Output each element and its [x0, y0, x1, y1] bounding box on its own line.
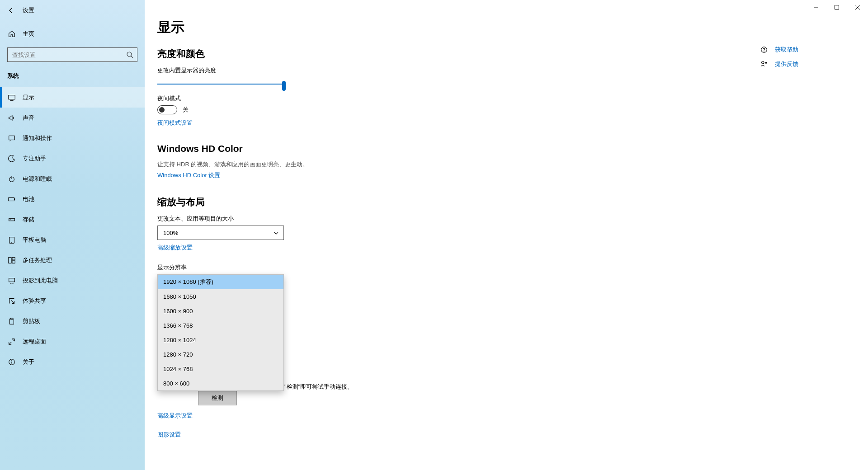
resolution-option[interactable]: 1280 × 720 [158, 347, 283, 362]
night-light-state: 关 [183, 106, 189, 114]
graphics-settings-link[interactable]: 图形设置 [157, 431, 181, 439]
sidebar-item-label: 投影到此电脑 [23, 277, 58, 285]
sidebar-item-label: 平板电脑 [23, 236, 46, 244]
svg-point-14 [10, 219, 11, 220]
night-light-settings-link[interactable]: 夜间模式设置 [157, 119, 193, 127]
resolution-option[interactable]: 1680 × 1050 [158, 289, 283, 304]
sidebar-item-label: 显示 [23, 94, 34, 102]
home-label: 主页 [23, 30, 34, 38]
give-feedback-label: 提供反馈 [775, 60, 798, 68]
sidebar-item-label: 电池 [23, 195, 34, 203]
info-icon [7, 357, 16, 367]
feedback-icon [760, 60, 769, 69]
back-button[interactable] [5, 4, 18, 17]
sidebar-item-remote[interactable]: 远程桌面 [0, 331, 145, 352]
help-icon [760, 45, 769, 54]
sidebar-item-multitasking[interactable]: 多任务处理 [0, 250, 145, 270]
sidebar-item-storage[interactable]: 存储 [0, 209, 145, 230]
moon-icon [7, 154, 16, 163]
detect-button[interactable]: 检测 [198, 391, 237, 405]
detect-hint-tail: "检测"即可尝试手动连接。 [284, 383, 353, 391]
give-feedback-link[interactable]: 提供反馈 [760, 60, 850, 69]
resolution-option[interactable]: 800 × 600 [158, 376, 283, 390]
slider-thumb[interactable] [282, 81, 286, 91]
hdcolor-link[interactable]: Windows HD Color 设置 [157, 171, 220, 179]
sidebar-item-tablet[interactable]: 平板电脑 [0, 230, 145, 250]
app-title: 设置 [23, 6, 34, 14]
svg-rect-19 [12, 260, 15, 263]
resolution-option[interactable]: 1600 × 900 [158, 304, 283, 318]
svg-rect-17 [9, 257, 11, 263]
hdcolor-heading: Windows HD Color [157, 143, 868, 154]
storage-icon [7, 215, 16, 224]
sidebar-item-clipboard[interactable]: 剪贴板 [0, 311, 145, 331]
scale-combo[interactable]: 100% [157, 226, 284, 240]
sidebar-item-projecting[interactable]: 投影到此电脑 [0, 270, 145, 291]
svg-point-4 [127, 52, 132, 56]
project-icon [7, 276, 16, 285]
home-button[interactable]: 主页 [0, 24, 145, 44]
sidebar-item-label: 远程桌面 [23, 338, 46, 346]
sidebar-item-focus[interactable]: 专注助手 [0, 148, 145, 169]
notifications-icon [7, 134, 16, 143]
night-light-toggle[interactable] [157, 105, 177, 114]
svg-rect-20 [9, 278, 15, 282]
svg-point-26 [761, 47, 767, 53]
sidebar-item-power[interactable]: 电源和睡眠 [0, 169, 145, 189]
search-icon [126, 51, 133, 58]
share-icon [7, 296, 16, 306]
sidebar-item-label: 通知和操作 [23, 134, 52, 142]
clipboard-icon [7, 317, 16, 326]
svg-point-16 [11, 242, 12, 242]
svg-rect-12 [14, 198, 15, 200]
remote-icon [7, 337, 16, 346]
sidebar-item-label: 多任务处理 [23, 256, 52, 264]
resolution-option[interactable]: 1366 × 768 [158, 318, 283, 333]
resolution-option[interactable]: 1280 × 1024 [158, 333, 283, 347]
power-icon [7, 174, 16, 183]
advanced-display-link[interactable]: 高级显示设置 [157, 412, 193, 420]
sidebar-item-about[interactable]: 关于 [0, 352, 145, 372]
sidebar-item-label: 声音 [23, 114, 34, 122]
resolution-option[interactable]: 1920 × 1080 (推荐) [158, 275, 283, 289]
brightness-slider[interactable] [157, 77, 284, 91]
sidebar-item-battery[interactable]: 电池 [0, 189, 145, 209]
resolution-dropdown[interactable]: 1920 × 1080 (推荐)1680 × 10501600 × 900136… [157, 274, 284, 391]
sidebar-item-label: 剪贴板 [23, 317, 40, 325]
display-icon [7, 93, 16, 102]
svg-rect-21 [10, 319, 14, 324]
sidebar-item-notifications[interactable]: 通知和操作 [0, 128, 145, 148]
night-light-label: 夜间模式 [157, 94, 868, 103]
home-icon [7, 29, 16, 38]
sidebar-nav: 显示 声音 通知和操作 专注助手 电源和睡眠 电池 [0, 87, 145, 372]
multitask-icon [7, 256, 16, 265]
scale-combo-value: 100% [163, 230, 178, 236]
chevron-down-icon [274, 230, 279, 236]
scale-label: 更改文本、应用等项目的大小 [157, 215, 868, 223]
sound-icon [7, 113, 16, 122]
section-scale: 缩放与布局 更改文本、应用等项目的大小 100% 高级缩放设置 显示分辨率 "检… [157, 196, 868, 439]
svg-line-5 [131, 56, 133, 58]
battery-icon [7, 195, 16, 204]
sidebar-item-label: 体验共享 [23, 297, 46, 305]
hdcolor-desc: 让支持 HDR 的视频、游戏和应用的画面更明亮、更生动。 [157, 160, 868, 169]
svg-point-27 [764, 51, 764, 52]
scale-heading: 缩放与布局 [157, 196, 868, 208]
sidebar-item-sound[interactable]: 声音 [0, 108, 145, 128]
sidebar-item-label: 电源和睡眠 [23, 175, 52, 183]
get-help-link[interactable]: 获取帮助 [760, 45, 850, 54]
get-help-label: 获取帮助 [775, 46, 798, 54]
sidebar-item-display[interactable]: 显示 [0, 87, 145, 108]
slider-track [157, 84, 284, 85]
sidebar: 设置 主页 系统 显示 声音 通知和操作 [0, 0, 145, 470]
advanced-scale-link[interactable]: 高级缩放设置 [157, 244, 193, 252]
svg-rect-11 [9, 197, 14, 201]
sidebar-item-shared[interactable]: 体验共享 [0, 291, 145, 311]
resolution-option[interactable]: 1024 × 768 [158, 362, 283, 376]
sidebar-item-label: 专注助手 [23, 155, 46, 163]
svg-rect-8 [9, 136, 15, 140]
search-input[interactable] [8, 48, 137, 61]
sidebar-item-label: 存储 [23, 216, 34, 224]
search-box[interactable] [7, 47, 137, 62]
sidebar-item-label: 关于 [23, 358, 34, 366]
